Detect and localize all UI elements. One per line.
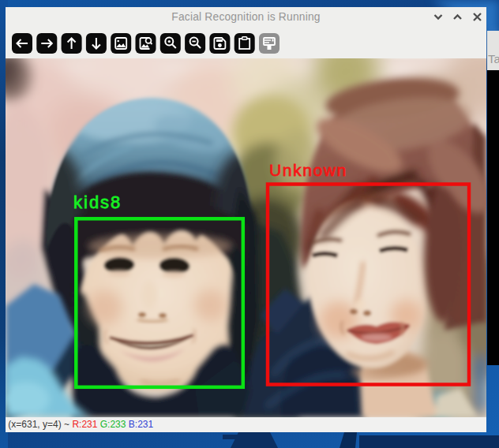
svg-text:Unknown: Unknown <box>269 161 347 179</box>
svg-text:kids8: kids8 <box>73 192 122 212</box>
